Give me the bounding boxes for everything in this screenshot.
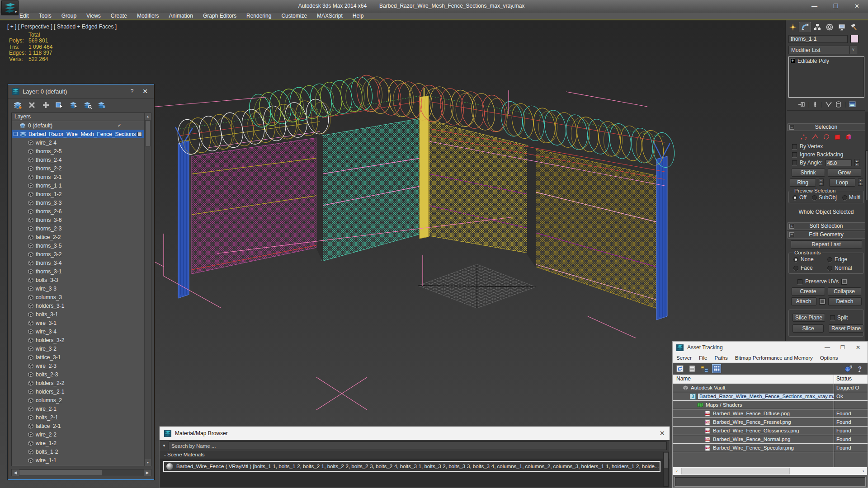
layer-prop-box[interactable] xyxy=(137,132,142,136)
material-list-item[interactable]: Barbed_Wire_Fence ( VRayMtl ) [bolts_1-1… xyxy=(163,461,660,472)
layer-object-row[interactable]: bolts_2-3 xyxy=(12,370,144,379)
remove-modifier-icon[interactable] xyxy=(835,101,841,108)
menu-modifiers[interactable]: Modifiers xyxy=(132,13,164,19)
layer-object-row[interactable]: thorns_3-6 xyxy=(12,216,144,224)
menu-help[interactable]: Help xyxy=(348,13,369,19)
viewport-label[interactable]: [ + ] [ Perspective ] [ Shaded + Edged F… xyxy=(7,23,117,30)
tab-utilities[interactable] xyxy=(848,22,860,32)
rollout-selection[interactable]: −Selection xyxy=(787,123,865,131)
menu-tools[interactable]: Tools xyxy=(34,13,57,19)
asset-menu-options[interactable]: Options xyxy=(816,355,842,361)
refresh-icon[interactable] xyxy=(675,364,684,373)
menu-graph-editors[interactable]: Graph Editors xyxy=(198,13,241,19)
layer-object-row[interactable]: thorns_2-4 xyxy=(12,155,144,164)
add-to-layer-button[interactable] xyxy=(41,101,51,110)
layer-row[interactable]: −Barbed_Razor_Wire_Mesh_Fence_Sections xyxy=(12,130,144,138)
asset-menu-paths[interactable]: Paths xyxy=(711,355,731,361)
layer-object-row[interactable]: wire_2-2 xyxy=(12,430,144,439)
layer-list-vertical-scrollbar[interactable]: ▲▼ xyxy=(144,113,151,466)
asset-row[interactable]: PNGBarbed_Wire_Fence_Specular.pngFound xyxy=(673,444,868,452)
app-menu-button[interactable]: ▼ xyxy=(1,0,19,15)
scroll-right-arrow[interactable]: ▶ xyxy=(144,469,151,476)
layer-object-row[interactable]: holders_2-2 xyxy=(12,379,144,387)
scroll-right-arrow[interactable]: › xyxy=(859,467,867,475)
layer-object-row[interactable]: thorns_2-5 xyxy=(12,147,144,155)
minimize-button[interactable]: — xyxy=(804,0,825,12)
layer-object-row[interactable]: thorns_3-1 xyxy=(12,267,144,276)
constraint-edge-radio[interactable] xyxy=(827,257,832,262)
modifier-stack-row[interactable]: + Editable Poly xyxy=(789,57,864,65)
layer-object-row[interactable]: lattice_2-1 xyxy=(12,422,144,430)
layer-object-row[interactable]: wire_3-3 xyxy=(12,284,144,293)
tab-create[interactable] xyxy=(787,22,799,32)
element-mode-icon[interactable] xyxy=(845,133,852,140)
asset-row[interactable]: Maps / Shaders xyxy=(673,401,868,409)
menu-customize[interactable]: Customize xyxy=(276,13,312,19)
vertex-mode-icon[interactable] xyxy=(800,134,807,140)
angle-spinner[interactable]: ▲▼ xyxy=(854,159,859,166)
slice-plane-button[interactable]: Slice Plane xyxy=(793,314,825,322)
layer-object-row[interactable]: wire_3-1 xyxy=(12,319,144,327)
layer-object-row[interactable]: thorns_2-6 xyxy=(12,207,144,216)
pin-stack-icon[interactable] xyxy=(798,102,805,107)
scroll-up-arrow[interactable]: ▲ xyxy=(145,113,151,120)
preview-subobj-radio[interactable] xyxy=(812,195,817,200)
ignore-backfacing-checkbox[interactable] xyxy=(792,152,797,157)
by-vertex-row[interactable]: By Vertex xyxy=(786,142,867,150)
layer-object-row[interactable]: wire_3-2 xyxy=(12,344,144,353)
column-status[interactable]: Status xyxy=(836,375,852,383)
current-layer-check-icon[interactable]: ✓ xyxy=(118,122,122,128)
ignore-backfacing-row[interactable]: Ignore Backfacing xyxy=(786,150,867,159)
object-color-swatch[interactable] xyxy=(850,35,859,43)
ring-spinner[interactable]: ▲▼ xyxy=(819,178,824,186)
menu-create[interactable]: Create xyxy=(106,13,132,19)
constraint-none-radio[interactable] xyxy=(793,257,798,262)
grow-button[interactable]: Grow xyxy=(828,169,861,177)
layer-object-row[interactable]: wire_2-3 xyxy=(12,361,144,370)
tab-display[interactable] xyxy=(835,22,848,32)
asset-row[interactable]: 3Barbed_Razor_Wire_Mesh_Fence_Sections_m… xyxy=(673,392,868,401)
asset-tracking-titlebar[interactable]: Asset Tracking — ☐ ✕ xyxy=(673,342,868,353)
menu-views[interactable]: Views xyxy=(81,13,106,19)
by-angle-row[interactable]: By Angle: 45.0 ▲▼ xyxy=(786,159,867,167)
asset-row[interactable]: PNGBarbed_Wire_Fence_Fresnel.pngFound xyxy=(673,418,868,427)
attach-settings-button[interactable] xyxy=(819,298,826,305)
repeat-last-button[interactable]: Repeat Last xyxy=(791,240,862,249)
layer-object-row[interactable]: thorns_2-1 xyxy=(12,173,144,181)
asset-row[interactable]: PNGBarbed_Wire_Fence_Normal.pngFound xyxy=(673,435,868,444)
tab-hierarchy[interactable] xyxy=(811,22,823,32)
layer-object-row[interactable]: thorns_3-3 xyxy=(12,198,144,207)
layer-object-row[interactable]: holders_3-1 xyxy=(12,301,144,310)
edge-mode-icon[interactable] xyxy=(811,134,819,140)
polygon-mode-icon[interactable] xyxy=(834,134,841,140)
scene-materials-section-header[interactable]: - Scene Materials xyxy=(160,451,670,459)
menu-animation[interactable]: Animation xyxy=(164,13,198,19)
preserve-uvs-checkbox[interactable] xyxy=(797,279,802,284)
asset-table-header[interactable]: Name Status xyxy=(673,375,868,384)
split-checkbox[interactable] xyxy=(830,315,835,320)
layer-dialog-titlebar[interactable]: Layer: 0 (default) ? ✕ xyxy=(8,84,154,99)
menu-group[interactable]: Group xyxy=(57,13,81,19)
list-view-icon[interactable] xyxy=(688,364,697,373)
tab-modify[interactable] xyxy=(799,22,811,32)
select-objects-in-layer-button[interactable] xyxy=(55,101,65,110)
asset-maximize-button[interactable]: ☐ xyxy=(837,344,849,351)
layer-object-row[interactable]: wire_2-4 xyxy=(12,138,144,147)
highlight-selected-layer-button[interactable] xyxy=(83,101,93,110)
preview-multi-radio[interactable] xyxy=(842,195,847,200)
layer-object-row[interactable]: holders_3-2 xyxy=(12,336,144,344)
object-name-field[interactable]: thorns_1-1 xyxy=(788,35,848,43)
preserve-uvs-settings-button[interactable] xyxy=(841,279,847,285)
constraint-face-radio[interactable] xyxy=(793,266,798,271)
show-end-result-icon[interactable] xyxy=(813,101,817,108)
asset-horizontal-scrollbar[interactable]: ‹ › xyxy=(673,467,867,475)
tab-motion[interactable] xyxy=(823,22,835,32)
layer-object-row[interactable]: thorns_1-1 xyxy=(12,181,144,190)
hide-freeze-layer-button[interactable] xyxy=(97,101,107,110)
slice-button[interactable]: Slice xyxy=(793,324,824,333)
preserve-uvs-row[interactable]: Preserve UVs xyxy=(786,277,867,286)
close-button[interactable]: ✕ xyxy=(846,0,868,12)
layer-object-row[interactable]: thorns_3-5 xyxy=(12,241,144,250)
layer-object-row[interactable]: wire_3-4 xyxy=(12,327,144,336)
rollout-soft-selection[interactable]: +Soft Selection xyxy=(787,222,865,230)
